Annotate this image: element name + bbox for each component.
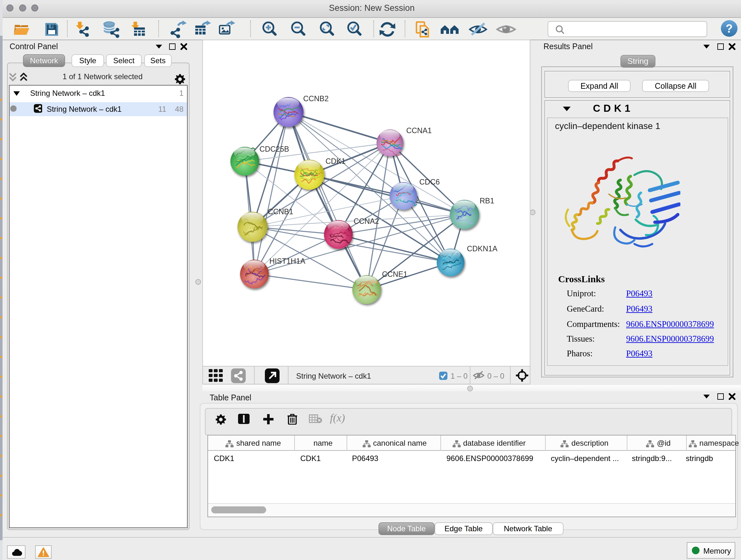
svg-text:CCNB1: CCNB1 [268, 207, 293, 216]
svg-text:CDKN1A: CDKN1A [467, 245, 497, 253]
svg-text:CDC6: CDC6 [419, 178, 440, 186]
svg-text:HIST1H1A: HIST1H1A [269, 257, 306, 265]
svg-text:CDK1: CDK1 [326, 157, 346, 165]
svg-text:CDC25B: CDC25B [259, 145, 289, 153]
svg-text:RB1: RB1 [480, 197, 494, 205]
svg-text:CCNA2: CCNA2 [354, 217, 379, 226]
svg-text:CCNB2: CCNB2 [303, 95, 329, 103]
svg-text:CCNE1: CCNE1 [382, 270, 408, 278]
svg-text:?: ? [726, 22, 733, 35]
svg-text:CCNA1: CCNA1 [406, 126, 432, 135]
